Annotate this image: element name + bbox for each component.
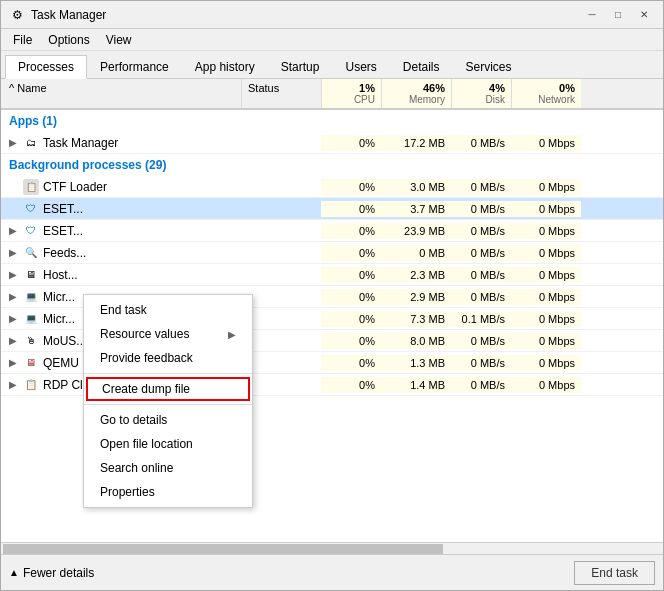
tab-startup[interactable]: Startup: [268, 55, 333, 79]
maximize-button[interactable]: □: [607, 7, 629, 23]
row-cpu: 0%: [321, 135, 381, 151]
tab-app-history[interactable]: App history: [182, 55, 268, 79]
col-cpu[interactable]: 1% CPU: [321, 79, 381, 108]
menu-file[interactable]: File: [5, 31, 40, 49]
table-row[interactable]: ▶ 🛡 ESET... 0% 23.9 MB 0 MB/s 0 Mbps: [1, 220, 663, 242]
ctx-search-online[interactable]: Search online: [84, 456, 252, 480]
chevron-up-icon: ▲: [9, 567, 19, 578]
minimize-button[interactable]: ─: [581, 7, 603, 23]
ctx-go-to-details[interactable]: Go to details: [84, 408, 252, 432]
ctx-separator-2: [84, 404, 252, 405]
fewer-details-button[interactable]: ▲ Fewer details: [9, 566, 94, 580]
bottom-bar: ▲ Fewer details End task: [1, 554, 663, 590]
col-disk[interactable]: 4% Disk: [451, 79, 511, 108]
col-status[interactable]: Status: [241, 79, 321, 108]
col-memory[interactable]: 46% Memory: [381, 79, 451, 108]
close-button[interactable]: ✕: [633, 7, 655, 23]
row-app-icon: 🖥: [23, 355, 39, 371]
titlebar: ⚙ Task Manager ─ □ ✕: [1, 1, 663, 29]
row-app-icon: 🔍: [23, 245, 39, 261]
ctx-provide-feedback[interactable]: Provide feedback: [84, 346, 252, 370]
row-app-icon: 🖱: [23, 333, 39, 349]
table-row[interactable]: ▶ 🗂 Task Manager 0% 17.2 MB 0 MB/s 0 Mbp…: [1, 132, 663, 154]
table-row[interactable]: ▶ 🖥 Host... 0% 2.3 MB 0 MB/s 0 Mbps: [1, 264, 663, 286]
ctx-create-dump[interactable]: Create dump file: [86, 377, 250, 401]
row-name: ▶ 🗂 Task Manager: [1, 133, 241, 153]
tab-details[interactable]: Details: [390, 55, 453, 79]
table-row[interactable]: 📋 CTF Loader 0% 3.0 MB 0 MB/s 0 Mbps: [1, 176, 663, 198]
row-memory: 17.2 MB: [381, 135, 451, 151]
table-row[interactable]: 🛡 ESET... 0% 3.7 MB 0 MB/s 0 Mbps: [1, 198, 663, 220]
row-app-icon: 📋: [23, 377, 39, 393]
row-app-icon: 🗂: [23, 135, 39, 151]
ctx-separator: [84, 373, 252, 374]
tab-performance[interactable]: Performance: [87, 55, 182, 79]
main-content: ^ Name Status 1% CPU 46% Memory 4% Disk …: [1, 79, 663, 554]
row-network: 0 Mbps: [511, 135, 581, 151]
tab-users[interactable]: Users: [332, 55, 389, 79]
context-menu: End task Resource values ▶ Provide feedb…: [83, 294, 253, 508]
expand-icon[interactable]: ▶: [9, 137, 19, 148]
col-network[interactable]: 0% Network: [511, 79, 581, 108]
menu-options[interactable]: Options: [40, 31, 97, 49]
group-background: Background processes (29): [1, 154, 663, 176]
ctx-properties[interactable]: Properties: [84, 480, 252, 504]
ctx-end-task[interactable]: End task: [84, 298, 252, 322]
row-app-icon: 💻: [23, 311, 39, 327]
horizontal-scrollbar[interactable]: [1, 542, 663, 554]
row-disk: 0 MB/s: [451, 135, 511, 151]
submenu-arrow-icon: ▶: [228, 329, 236, 340]
scrollbar-thumb[interactable]: [3, 544, 443, 554]
row-app-icon: 📋: [23, 179, 39, 195]
group-apps: Apps (1): [1, 110, 663, 132]
col-name[interactable]: ^ Name: [1, 79, 241, 108]
ctx-open-file-location[interactable]: Open file location: [84, 432, 252, 456]
row-status: [241, 141, 321, 145]
tabs: Processes Performance App history Startu…: [1, 51, 663, 79]
app-icon: ⚙: [9, 7, 25, 23]
menu-view[interactable]: View: [98, 31, 140, 49]
menubar: File Options View: [1, 29, 663, 51]
window-title: Task Manager: [31, 8, 581, 22]
titlebar-buttons: ─ □ ✕: [581, 7, 655, 23]
row-app-icon: 💻: [23, 289, 39, 305]
row-app-icon: 🛡: [23, 223, 39, 239]
table-row[interactable]: ▶ 🔍 Feeds... 0% 0 MB 0 MB/s 0 Mbps: [1, 242, 663, 264]
end-task-button[interactable]: End task: [574, 561, 655, 585]
tab-services[interactable]: Services: [453, 55, 525, 79]
row-app-icon: 🛡: [23, 201, 39, 217]
column-headers: ^ Name Status 1% CPU 46% Memory 4% Disk …: [1, 79, 663, 110]
task-manager-window: ⚙ Task Manager ─ □ ✕ File Options View P…: [0, 0, 664, 591]
ctx-resource-values[interactable]: Resource values ▶: [84, 322, 252, 346]
row-app-icon: 🖥: [23, 267, 39, 283]
tab-processes[interactable]: Processes: [5, 55, 87, 79]
